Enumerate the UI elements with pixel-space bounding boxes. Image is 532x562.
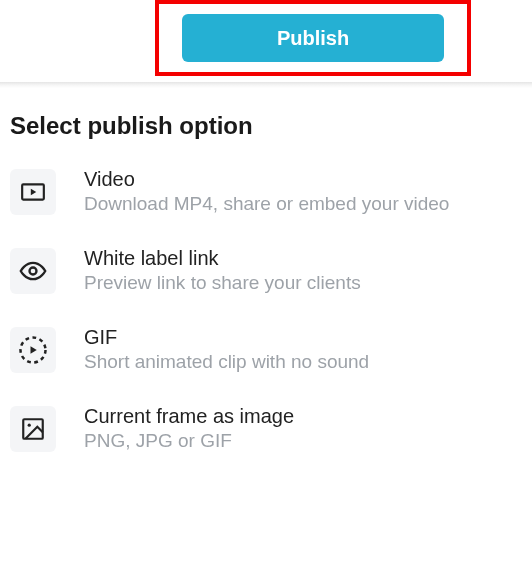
svg-point-2 xyxy=(30,267,37,274)
publish-options-panel: Select publish option Video Download MP4… xyxy=(0,88,532,452)
svg-marker-1 xyxy=(31,188,36,195)
top-bar: Publish xyxy=(0,0,532,82)
publish-highlight: Publish xyxy=(155,0,471,76)
option-desc: Download MP4, share or embed your video xyxy=(84,193,449,215)
svg-marker-4 xyxy=(31,346,37,354)
option-desc: Preview link to share your clients xyxy=(84,272,361,294)
video-play-icon xyxy=(10,169,56,215)
option-gif[interactable]: GIF Short animated clip with no sound xyxy=(10,326,522,373)
option-current-frame[interactable]: Current frame as image PNG, JPG or GIF xyxy=(10,405,522,452)
option-title: Video xyxy=(84,168,449,191)
dashed-play-icon xyxy=(10,327,56,373)
option-title: Current frame as image xyxy=(84,405,294,428)
option-desc: PNG, JPG or GIF xyxy=(84,430,294,452)
option-title: GIF xyxy=(84,326,369,349)
option-video[interactable]: Video Download MP4, share or embed your … xyxy=(10,168,522,215)
svg-point-6 xyxy=(28,423,31,426)
option-title: White label link xyxy=(84,247,361,270)
section-title: Select publish option xyxy=(10,112,522,140)
option-desc: Short animated clip with no sound xyxy=(84,351,369,373)
publish-button[interactable]: Publish xyxy=(182,14,444,62)
option-list: Video Download MP4, share or embed your … xyxy=(10,168,522,452)
eye-icon xyxy=(10,248,56,294)
image-icon xyxy=(10,406,56,452)
option-white-label[interactable]: White label link Preview link to share y… xyxy=(10,247,522,294)
